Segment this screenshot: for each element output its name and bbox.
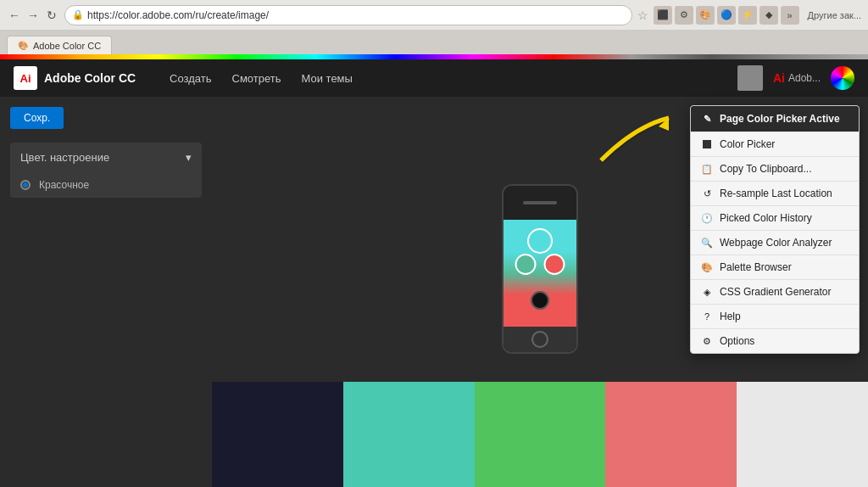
phone-screen-content — [504, 220, 576, 327]
tab-favicon: 🎨 — [18, 41, 28, 50]
browser-actions: ⬛ ⚙ 🎨 🔵 ⚡ ◆ » — [654, 6, 799, 25]
search-icon: 🔍 — [701, 237, 713, 249]
address-bar[interactable]: 🔒 https://color.adobe.com/ru/create/imag… — [64, 5, 632, 25]
user-avatar[interactable] — [737, 65, 763, 91]
mood-item[interactable]: Красочное — [10, 172, 202, 198]
extension-btn-1[interactable]: ⬛ — [654, 6, 672, 25]
extension-btn-3[interactable]: 🎨 — [696, 6, 715, 25]
chevron-down-icon: ▾ — [186, 151, 192, 164]
phone-screen — [504, 186, 576, 352]
nav-view[interactable]: Смотреть — [232, 69, 281, 88]
save-button[interactable]: Сохр. — [10, 107, 64, 129]
app-nav: Создать Смотреть Мои темы — [170, 69, 353, 88]
app-title: Adobe Color CC — [44, 71, 136, 85]
options-icon: ⚙ — [701, 335, 713, 347]
menu-active-label: Page Color Picker Active — [720, 113, 840, 125]
color-palette — [212, 382, 868, 487]
history-icon: 🕐 — [701, 212, 713, 224]
mood-option-label: Красочное — [39, 179, 89, 191]
palette-swatch-green[interactable] — [475, 382, 606, 487]
menu-item-css-gradient[interactable]: ◈ CSS Gradient Generator — [691, 279, 859, 304]
palette-swatch-salmon[interactable] — [605, 382, 737, 487]
menu-label-color-picker: Color Picker — [720, 138, 775, 150]
eyedropper-icon: ✎ — [701, 113, 713, 125]
extension-btn-5[interactable]: ⚡ — [738, 6, 757, 25]
menu-label-options: Options — [720, 335, 754, 347]
menu-item-palette-browser[interactable]: 🎨 Palette Browser — [691, 255, 859, 279]
phone-bottom-bar — [504, 327, 576, 352]
palette-swatch-teal[interactable] — [343, 382, 475, 487]
color-wheel-button[interactable] — [831, 66, 854, 90]
browser-chrome: ← → ↻ 🔒 https://color.adobe.com/ru/creat… — [0, 0, 868, 31]
extension-btn-4[interactable]: 🔵 — [717, 6, 736, 25]
palette-icon: 🎨 — [701, 261, 713, 273]
menu-item-resample[interactable]: ↺ Re-sample Last Location — [691, 181, 859, 205]
menu-label-webpage-analyzer: Webpage Color Analyzer — [720, 237, 832, 249]
nav-create[interactable]: Создать — [170, 69, 211, 88]
sidebar: Сохр. Цвет. настроение ▾ Красочное — [0, 97, 212, 487]
nav-buttons: ← → ↻ — [7, 8, 59, 23]
nav-my-themes[interactable]: Мои темы — [302, 69, 353, 88]
gradient-icon: ◈ — [701, 286, 713, 298]
menu-item-color-history[interactable]: 🕐 Picked Color History — [691, 205, 859, 230]
extension-btn-2[interactable]: ⚙ — [675, 6, 693, 25]
bookmark-icon[interactable]: ☆ — [637, 8, 648, 22]
context-menu: ✎ Page Color Picker Active Color Picker … — [690, 105, 860, 354]
radio-inner — [23, 182, 28, 188]
refresh-button[interactable]: ↻ — [44, 8, 59, 23]
adobe-logo-small: Ai Adob... — [773, 71, 821, 85]
menu-item-color-picker[interactable]: Color Picker — [691, 132, 859, 156]
palette-swatch-dark[interactable] — [212, 382, 343, 487]
arrow-annotation — [584, 109, 686, 169]
menu-item-active[interactable]: ✎ Page Color Picker Active — [691, 106, 859, 132]
resample-icon: ↺ — [701, 188, 713, 199]
extension-btn-6[interactable]: ◆ — [760, 6, 778, 25]
copy-icon: 📋 — [701, 163, 713, 175]
ssl-lock-icon: 🔒 — [72, 9, 84, 20]
menu-label-css-gradient: CSS Gradient Generator — [720, 286, 831, 298]
menu-label-palette-browser: Palette Browser — [720, 261, 792, 273]
back-button[interactable]: ← — [7, 8, 22, 23]
other-tabs-label: Другие зак... — [808, 10, 861, 20]
app-logo: Ai Adobe Color CC — [14, 66, 136, 90]
active-tab[interactable]: 🎨 Adobe Color CC — [7, 36, 112, 54]
adobe-logo-icon: Ai — [14, 66, 37, 90]
mood-section: Цвет. настроение ▾ Красочное — [10, 143, 202, 198]
menu-item-copy-clipboard[interactable]: 📋 Copy To Clipboard... — [691, 156, 859, 181]
app-container: Ai Adobe Color CC Создать Смотреть Мои т… — [0, 59, 868, 487]
menu-label-copy-clipboard: Copy To Clipboard... — [720, 163, 812, 175]
app-body: Сохр. Цвет. настроение ▾ Красочное — [0, 97, 868, 487]
menu-item-options[interactable]: ⚙ Options — [691, 328, 859, 353]
help-icon: ? — [701, 311, 713, 322]
phone-top-bar — [504, 186, 576, 220]
palette-swatch-light[interactable] — [737, 382, 868, 487]
mood-header[interactable]: Цвет. настроение ▾ — [10, 143, 202, 172]
main-content: ✎ Page Color Picker Active Color Picker … — [212, 97, 868, 487]
menu-label-resample: Re-sample Last Location — [720, 188, 832, 199]
menu-item-help[interactable]: ? Help — [691, 304, 859, 328]
radio-button[interactable] — [20, 180, 31, 190]
app-header: Ai Adobe Color CC Создать Смотреть Мои т… — [0, 59, 868, 97]
square-icon — [701, 138, 713, 150]
url-text: https://color.adobe.com/ru/create/image/ — [87, 9, 269, 21]
menu-item-webpage-analyzer[interactable]: 🔍 Webpage Color Analyzer — [691, 230, 859, 255]
menu-label-color-history: Picked Color History — [720, 212, 812, 224]
tab-title: Adobe Color CC — [33, 41, 101, 51]
menu-label-help: Help — [720, 311, 741, 322]
mood-label: Цвет. настроение — [20, 151, 109, 164]
phone-mockup — [502, 184, 578, 354]
tab-bar: 🎨 Adobe Color CC — [0, 31, 868, 54]
extension-btn-7[interactable]: » — [781, 6, 799, 25]
forward-button[interactable]: → — [25, 8, 41, 23]
header-right: Ai Adob... — [737, 65, 854, 91]
phone-home-button — [531, 331, 548, 348]
